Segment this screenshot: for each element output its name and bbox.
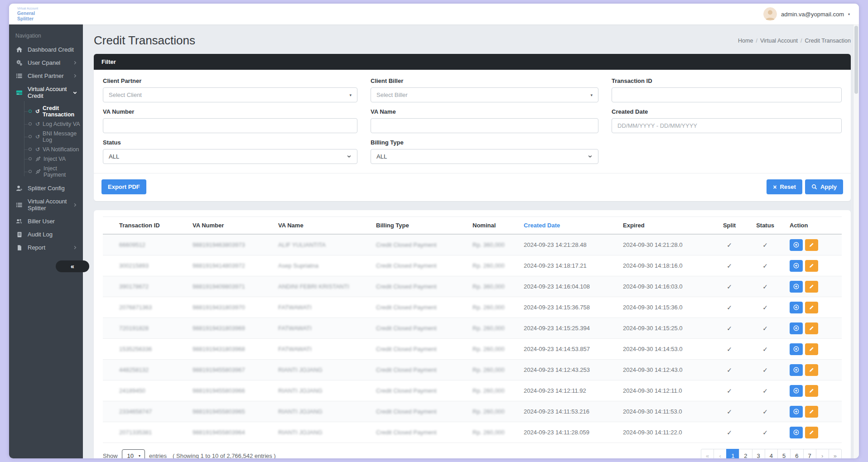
billing-type-label: Billing Type [371, 139, 598, 146]
split-check-icon: ✓ [727, 387, 732, 395]
row-edit-button[interactable] [805, 302, 818, 313]
sidebar-subitem-bni-message-log[interactable]: ↺ BNI Message Log [9, 129, 83, 144]
caret-down-icon: ▾ [590, 93, 593, 97]
sidebar-item-audit-log[interactable]: Audit Log [9, 228, 83, 241]
row-detail-button[interactable] [790, 322, 803, 334]
row-edit-button[interactable] [805, 281, 818, 293]
pagination-page-2[interactable]: 2 [739, 449, 752, 458]
scrollbar[interactable] [853, 24, 859, 458]
users-gear-icon [15, 218, 23, 225]
sidebar-item-virtual-account-splitter[interactable]: Virtual Account Splitter [9, 195, 83, 215]
pagination-page-7[interactable]: 7 [803, 449, 816, 458]
pagination-page-1[interactable]: 1 [726, 449, 739, 458]
status-select[interactable]: ALL [103, 149, 357, 164]
row-detail-button[interactable] [790, 239, 803, 251]
export-pdf-button[interactable]: Export PDF [101, 179, 146, 194]
col-va-name[interactable]: VA Name [275, 217, 372, 235]
row-detail-button[interactable] [790, 427, 803, 438]
col-expired[interactable]: Expired [619, 217, 714, 235]
va-name-input[interactable] [371, 118, 598, 133]
split-check-icon: ✓ [727, 366, 732, 374]
sidebar-item-biller-user[interactable]: Biller User [9, 215, 83, 228]
breadcrumb-virtual-account[interactable]: Virtual Account [760, 38, 798, 44]
created-date-input[interactable] [612, 118, 842, 133]
x-icon: × [773, 184, 776, 190]
list-icon [15, 72, 23, 79]
sidebar-subitem-log-activity-va[interactable]: ↺ Log Activity VA [9, 119, 83, 129]
apply-button[interactable]: Apply [805, 179, 843, 194]
row-edit-button[interactable] [805, 322, 818, 334]
row-detail-button[interactable] [790, 302, 803, 313]
pagination-prev[interactable]: ‹ [714, 449, 727, 458]
row-edit-button[interactable] [805, 239, 818, 251]
virtual-account-credit-submenu: ↺ Credit Transaction ↺ Log Activity VA ↺… [9, 102, 83, 182]
row-detail-button[interactable] [790, 281, 803, 293]
col-action: Action [786, 217, 842, 235]
sidebar-subitem-va-notification[interactable]: ↺ VA Notification [9, 144, 83, 154]
row-edit-button[interactable] [805, 406, 818, 418]
sidebar-subitem-inject-payment[interactable]: Inject Payment [9, 164, 83, 179]
main-content: Credit Transactions Home / Virtual Accou… [83, 24, 859, 458]
filter-card: Filter Client Partner Select Client ▾ Cl… [94, 54, 851, 201]
row-detail-button[interactable] [790, 343, 803, 355]
filter-header: Filter [94, 54, 851, 70]
table-row: 300215893 9881919414803972 Asep Supriatn… [103, 255, 842, 276]
show-label: Show [103, 452, 118, 458]
sidebar-item-virtual-account-credit[interactable]: Virtual Account Credit [9, 82, 83, 102]
sidebar-item-dashboard-credit[interactable]: Dashboard Credit [9, 43, 83, 56]
scrollbar-thumb[interactable] [854, 26, 858, 94]
col-billing-type[interactable]: Billing Type [372, 217, 469, 235]
col-nominal[interactable]: Nominal [469, 217, 520, 235]
pagination-first[interactable]: « [701, 449, 714, 458]
status-check-icon: ✓ [762, 283, 768, 290]
credit-card-icon [15, 89, 23, 96]
row-detail-button[interactable] [790, 385, 803, 397]
pagination-page-4[interactable]: 4 [765, 449, 778, 458]
row-detail-button[interactable] [790, 364, 803, 376]
sidebar-item-splitter-config[interactable]: Splitter Config [9, 182, 83, 195]
sidebar-item-user-cpanel[interactable]: User Cpanel [9, 56, 83, 69]
row-edit-button[interactable] [805, 385, 818, 397]
bullet-icon [29, 157, 32, 160]
row-edit-button[interactable] [805, 260, 818, 272]
col-created-date[interactable]: Created Date [520, 217, 619, 235]
pagination-page-6[interactable]: 6 [790, 449, 803, 458]
col-transaction-id[interactable]: Transaction ID [103, 217, 189, 235]
row-edit-button[interactable] [805, 343, 818, 355]
col-split[interactable]: Split [714, 217, 744, 235]
transaction-id-input[interactable] [612, 87, 842, 102]
col-status[interactable]: Status [744, 217, 786, 235]
user-menu[interactable]: admin.va@yopmail.com ▾ [763, 7, 850, 21]
row-edit-button[interactable] [805, 364, 818, 376]
page-size-select[interactable]: 10 ▾ [122, 449, 145, 459]
sidebar-subitem-credit-transaction[interactable]: ↺ Credit Transaction [9, 103, 83, 119]
chevron-right-icon [72, 202, 77, 207]
table-row: 24189450 9881919455803966 RIANTI JOJANG … [103, 380, 842, 401]
table-row: 2076871363 9881919431803970 FATWAWATI Cr… [103, 297, 842, 318]
status-check-icon: ✓ [762, 325, 768, 332]
sidebar-item-report[interactable]: Report [9, 241, 83, 254]
history-icon: ↺ [35, 109, 40, 114]
reset-button[interactable]: × Reset [767, 179, 802, 194]
app-logo[interactable]: Virtual Account General Splitter [14, 7, 38, 21]
pagination-next[interactable]: › [816, 449, 829, 458]
client-biller-select[interactable]: Select Biller ▾ [371, 87, 598, 102]
pagination-page-3[interactable]: 3 [752, 449, 765, 458]
split-check-icon: ✓ [727, 304, 732, 311]
va-number-input[interactable] [103, 118, 357, 133]
table-row: 448258132 9881919455803967 RIANTI JOJANG… [103, 360, 842, 380]
pagination-last[interactable]: » [829, 449, 842, 458]
row-detail-button[interactable] [790, 406, 803, 418]
breadcrumb-home[interactable]: Home [738, 38, 753, 44]
sidebar-subitem-inject-va[interactable]: Inject VA [9, 154, 83, 164]
row-edit-button[interactable] [805, 427, 818, 438]
client-partner-select[interactable]: Select Client ▾ [103, 87, 357, 102]
caret-down-icon: ▾ [139, 454, 140, 458]
row-detail-button[interactable] [790, 260, 803, 272]
billing-type-select[interactable]: ALL [371, 149, 598, 164]
pagination-page-5[interactable]: 5 [777, 449, 791, 458]
sidebar-item-client-partner[interactable]: Client Partner [9, 69, 83, 82]
sidebar-collapse-button[interactable]: « [56, 260, 89, 272]
table-row: 720191828 9881919431803969 FATWAWATI Cre… [103, 318, 842, 339]
col-va-number[interactable]: VA Number [189, 217, 275, 235]
